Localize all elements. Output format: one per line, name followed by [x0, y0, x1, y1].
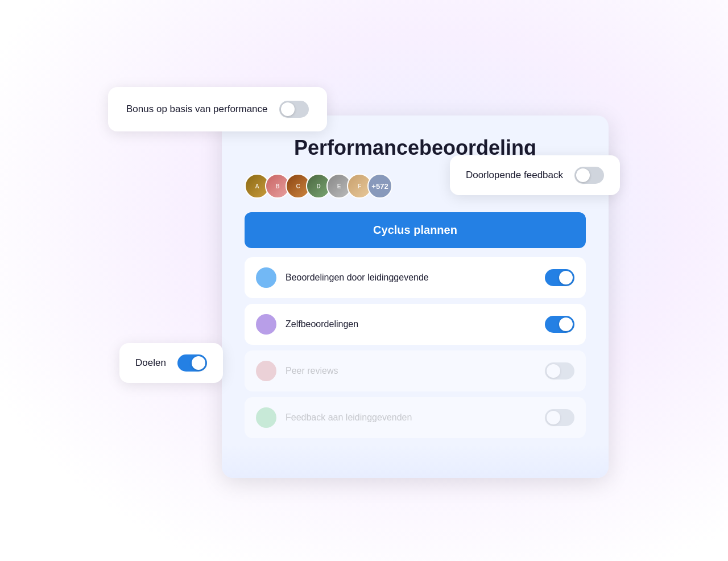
- review-toggle-leidinggevende[interactable]: [545, 269, 574, 286]
- bonus-toggle[interactable]: [279, 101, 309, 118]
- review-toggle-peer[interactable]: [545, 362, 574, 380]
- review-icon-feedback-aan: [256, 407, 276, 428]
- feedback-toggle[interactable]: [574, 167, 604, 184]
- bottom-fade: [222, 444, 609, 478]
- review-label-peer: Peer reviews: [286, 366, 536, 376]
- doelen-label: Doelen: [135, 357, 166, 369]
- review-item-peer: Peer reviews: [245, 350, 586, 391]
- doelen-toggle[interactable]: [177, 354, 207, 372]
- avatar-more-count: +572: [371, 182, 388, 191]
- scene-container: Bonus op basis van performance Performan…: [108, 53, 620, 508]
- review-label-feedback-aan: Feedback aan leidinggevenden: [286, 412, 536, 423]
- review-item-zelfbeoordeling: Zelfbeoordelingen: [245, 304, 586, 345]
- feedback-label: Doorlopende feedback: [466, 170, 563, 181]
- bonus-toggle-slider: [279, 101, 309, 118]
- review-toggle-feedback-aan[interactable]: [545, 409, 574, 426]
- review-icon-leidinggevende: [256, 267, 276, 288]
- review-item-leidinggevende: Beoordelingen door leidinggevende: [245, 257, 586, 298]
- bonus-label: Bonus op basis van performance: [126, 104, 268, 115]
- review-item-feedback-aan: Feedback aan leidinggevenden: [245, 397, 586, 438]
- toggle-slider-peer: [545, 362, 574, 380]
- bonus-card: Bonus op basis van performance: [108, 87, 327, 131]
- feedback-toggle-slider: [574, 167, 604, 184]
- review-label-zelfbeoordeling: Zelfbeoordelingen: [286, 319, 536, 329]
- feedback-card: Doorlopende feedback: [450, 155, 620, 195]
- toggle-slider-feedback-aan: [545, 409, 574, 426]
- toggle-slider-leidinggevende: [545, 269, 574, 286]
- doelen-toggle-slider: [177, 354, 207, 372]
- toggle-slider-zelfbeoordeling: [545, 316, 574, 333]
- review-toggle-zelfbeoordeling[interactable]: [545, 316, 574, 333]
- doelen-card: Doelen: [119, 343, 223, 383]
- review-label-leidinggevende: Beoordelingen door leidinggevende: [286, 273, 536, 283]
- review-icon-zelfbeoordeling: [256, 314, 276, 335]
- cyclus-button[interactable]: Cyclus plannen: [245, 212, 586, 248]
- review-icon-peer: [256, 361, 276, 381]
- avatar-more: +572: [367, 174, 392, 199]
